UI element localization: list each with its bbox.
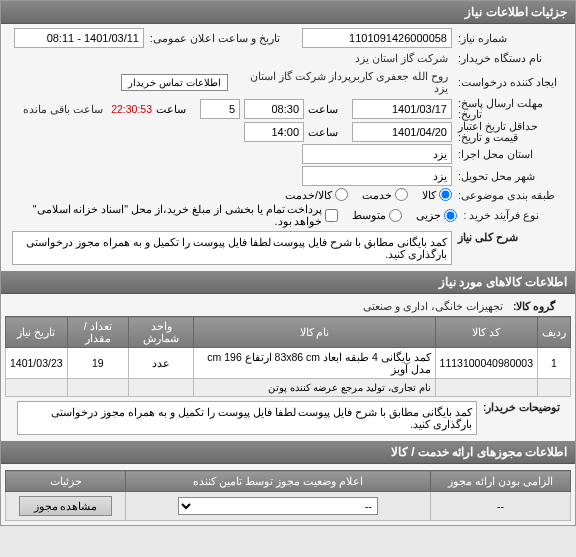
creator-value: روح الله جعفری کاربرپرداز شرکت گاز استان… [232,68,452,96]
buyer-note-label: توضیحات خریدار: [481,401,571,413]
deliv-loc-label: شهر محل تحویل: [456,170,571,182]
cell-code: 1113100040980003 [435,348,537,379]
req-no-label: شماره نیاز: [456,32,571,44]
cat-label: طبقه بندی موضوعی: [456,189,571,201]
deliv-loc-input[interactable] [302,166,452,186]
cell-unit: عدد [128,348,193,379]
table-subrow: نام تجاری، تولید مرجع عرضه کننده پوتن [6,379,571,397]
goods-table: ردیف کد کالا نام کالا واحد شمارش تعداد /… [5,316,571,397]
exec-loc-input[interactable] [302,144,452,164]
status-select[interactable]: -- [178,497,378,515]
col-row: ردیف [538,317,571,348]
validity-label: حداقل تاریخ اعتبار قیمت و تاریخ: [456,121,571,142]
creator-label: ایجاد کننده درخواست: [456,76,571,88]
process-radio-group: جزیی متوسط پرداخت تمام یا بخشی از مبلغ خ… [5,203,457,227]
col-date: تاریخ نیاز [6,317,68,348]
proc-partial-radio[interactable] [444,209,457,222]
validity-label-2: قیمت و تاریخ: [458,131,518,143]
cell-details: مشاهده مجوز [6,492,126,521]
buyer-label: نام دستگاه خریدار: [456,52,571,64]
deadline-time-input[interactable] [244,99,304,119]
desc-label: شرح کلی نیاز [456,231,571,243]
days-remain-input[interactable] [200,99,240,119]
cat-goods-option[interactable]: کالا [422,188,452,201]
permits-header: اطلاعات مجوزهای ارائه خدمت / کالا [1,441,575,464]
col-mandatory: الزامی بودن ارائه مجوز [431,471,571,492]
cat-gs-option[interactable]: کالا/خدمت [285,188,348,201]
cat-gs-radio[interactable] [335,188,348,201]
proc-partial-option[interactable]: جزیی [416,209,457,222]
cell-qty: 19 [67,348,128,379]
proc-note-checkbox[interactable] [325,209,338,222]
cell-mandatory: -- [431,492,571,521]
buyer-value: شرکت گاز استان یزد [351,50,452,66]
ann-date-label: تاریخ و ساعت اعلان عمومی: [148,32,298,44]
category-radio-group: کالا خدمت کالا/خدمت [285,188,452,201]
col-status: اعلام وضعیت مجوز توسط تامین کننده [126,471,431,492]
deadline-date-input[interactable] [352,99,452,119]
cell-date: 1401/03/23 [6,348,68,379]
cat-service-option[interactable]: خدمت [362,188,408,201]
permits-table: الزامی بودن ارائه مجوز اعلام وضعیت مجوز … [5,470,571,521]
permits-row: -- -- مشاهده مجوز [6,492,571,521]
desc-text: کمد بایگانی مطابق با شرح فایل پیوست لطفا… [12,231,452,265]
validity-time-input[interactable] [244,122,304,142]
page-header: جزئیات اطلاعات نیاز [1,1,575,24]
ann-date-input[interactable] [14,28,144,48]
req-no-input[interactable] [302,28,452,48]
col-name: نام کالا [194,317,435,348]
cat-service-radio[interactable] [395,188,408,201]
view-permit-button[interactable]: مشاهده مجوز [19,496,113,516]
remain-suffix: ساعت باقی مانده [19,101,107,117]
request-form: شماره نیاز: تاریخ و ساعت اعلان عمومی: نا… [1,24,575,271]
validity-date-input[interactable] [352,122,452,142]
contact-buyer-button[interactable]: اطلاعات تماس خریدار [121,74,228,91]
time-label-2: ساعت [156,103,196,115]
proc-note-option[interactable]: پرداخت تمام یا بخشی از مبلغ خرید،از محل … [5,203,338,227]
permits-header-row: الزامی بودن ارائه مجوز اعلام وضعیت مجوز … [6,471,571,492]
proc-label: نوع فرآیند خرید : [461,209,571,221]
table-row[interactable]: 1 1113100040980003 کمد بایگانی 4 طبقه اب… [6,348,571,379]
exec-loc-label: استان محل اجرا: [456,148,571,160]
countdown-value: 22:30:53 [111,103,152,115]
time-label-3: ساعت [308,126,348,138]
col-unit: واحد شمارش [128,317,193,348]
cell-row: 1 [538,348,571,379]
col-code: کد کالا [435,317,537,348]
col-details: جزئیات [6,471,126,492]
goods-header-row: ردیف کد کالا نام کالا واحد شمارش تعداد /… [6,317,571,348]
cat-goods-radio[interactable] [439,188,452,201]
proc-medium-radio[interactable] [389,209,402,222]
group-value: تجهیزات خانگی، اداری و صنعتی [359,298,507,314]
time-label-1: ساعت [308,103,348,115]
cell-status: -- [126,492,431,521]
goods-header: اطلاعات کالاهای مورد نیاز [1,271,575,294]
deadline-label-2: تاریخ: [458,108,482,120]
deadline-label: مهلت ارسال پاسخ: تاریخ: [456,98,571,119]
cell-sub: نام تجاری، تولید مرجع عرضه کننده پوتن [194,379,435,397]
group-label: گروه کالا: [511,300,571,312]
col-qty: تعداد / مقدار [67,317,128,348]
proc-medium-option[interactable]: متوسط [352,209,402,222]
buyer-note-text: کمد بایگانی مطابق با شرح فایل پیوست لطفا… [17,401,477,435]
cell-name: کمد بایگانی 4 طبقه ابعاد 83x86 cm ارتفاع… [194,348,435,379]
